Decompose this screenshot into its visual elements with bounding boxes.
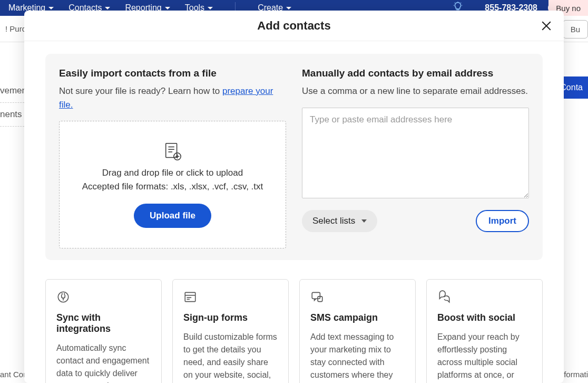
dropzone-line1: Drag and drop file or click to upload	[102, 168, 243, 178]
card-boost-social[interactable]: Boost with social Expand your reach by e…	[426, 279, 543, 383]
select-lists-label: Select lists	[312, 216, 355, 226]
modal-header: Add contacts	[24, 11, 564, 41]
bg-buy-button[interactable]: Bu	[563, 20, 588, 39]
chevron-down-icon	[361, 219, 367, 223]
bg-bottom-left: ant Con	[0, 370, 28, 379]
chevron-down-icon	[48, 7, 54, 9]
modal-title: Add contacts	[257, 19, 330, 33]
chevron-down-icon	[286, 7, 291, 9]
social-icon	[437, 290, 532, 305]
card-title: SMS campaign	[310, 312, 405, 323]
chevron-down-icon	[208, 7, 213, 9]
card-title: Sync with integrations	[56, 312, 151, 334]
manual-actions: Select lists Import	[302, 210, 529, 232]
add-contacts-modal: Add contacts Easily import contacts from…	[24, 11, 564, 383]
select-lists-button[interactable]: Select lists	[302, 210, 377, 232]
modal-body: Easily import contacts from a file Not s…	[24, 41, 564, 383]
email-addresses-input[interactable]	[302, 108, 529, 198]
file-upload-icon	[163, 141, 183, 161]
manual-add-subtext: Use a comma or a new line to separate em…	[302, 84, 529, 98]
close-icon[interactable]	[541, 20, 552, 32]
import-file-heading: Easily import contacts from a file	[59, 68, 286, 79]
manual-add-section: Manually add contacts by email address U…	[302, 68, 529, 248]
card-body: Expand your reach by effortlessly postin…	[437, 331, 532, 383]
card-body: Add text messaging to your marketing mix…	[310, 331, 405, 383]
card-sms-campaign[interactable]: SMS campaign Add text messaging to your …	[299, 279, 416, 383]
file-dropzone[interactable]: Drag and drop file or click to upload Ac…	[59, 121, 286, 248]
card-sync-integrations[interactable]: Sync with integrations Automatically syn…	[45, 279, 162, 383]
chevron-down-icon	[105, 7, 110, 9]
svg-rect-12	[312, 292, 320, 299]
upload-file-button[interactable]: Upload file	[134, 204, 211, 228]
sms-icon	[310, 290, 405, 305]
svg-rect-8	[185, 292, 195, 301]
dropzone-line2: Accepted file formats: .xls, .xlsx, .vcf…	[82, 181, 263, 192]
card-title: Sign-up forms	[183, 312, 278, 323]
bg-buy-button-label: Bu	[571, 25, 580, 34]
card-title: Boost with social	[437, 312, 532, 323]
manual-add-heading: Manually add contacts by email address	[302, 68, 529, 79]
import-button[interactable]: Import	[476, 210, 529, 232]
bg-tab[interactable]: nents	[0, 103, 24, 127]
import-file-section: Easily import contacts from a file Not s…	[59, 68, 286, 248]
bg-left-tabs: vement nents	[0, 79, 24, 127]
chevron-down-icon	[165, 7, 170, 9]
bg-tab[interactable]: vement	[0, 79, 24, 103]
form-icon	[183, 290, 278, 305]
svg-point-7	[58, 292, 68, 302]
import-subtext-prefix: Not sure your file is ready? Learn how t…	[59, 86, 222, 96]
bg-bottom-right: formati	[564, 370, 588, 379]
import-panel: Easily import contacts from a file Not s…	[45, 54, 543, 260]
import-file-subtext: Not sure your file is ready? Learn how t…	[59, 84, 286, 111]
option-cards: Sync with integrations Automatically syn…	[45, 279, 543, 383]
card-signup-forms[interactable]: Sign-up forms Build customizable forms t…	[172, 279, 289, 383]
plug-icon	[56, 290, 151, 305]
card-body: Build customizable forms to get the deta…	[183, 331, 278, 383]
card-body: Automatically sync contact and engagemen…	[56, 342, 151, 383]
svg-rect-0	[165, 143, 177, 158]
